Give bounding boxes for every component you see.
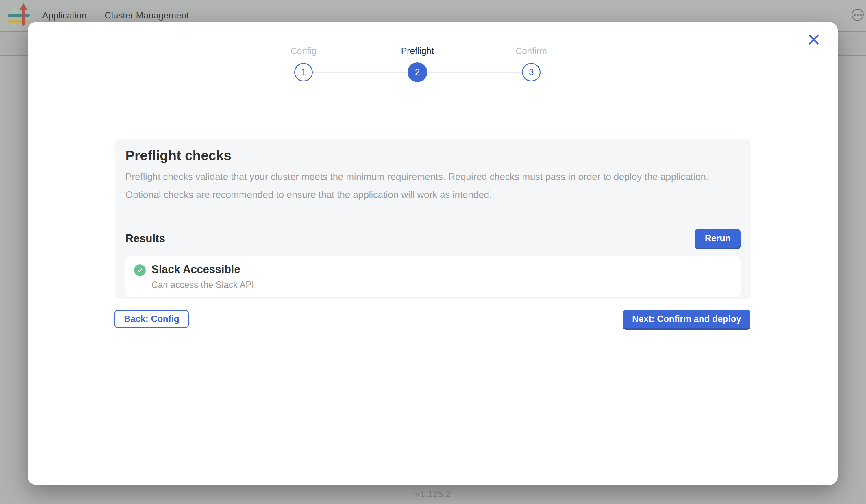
app-version-label: v1.125.2 <box>0 489 866 500</box>
back-config-button[interactable]: Back: Config <box>114 310 189 328</box>
next-confirm-deploy-button[interactable]: Next: Confirm and deploy <box>623 310 751 328</box>
nav-tabs: Application Cluster Management <box>42 10 189 21</box>
close-icon[interactable] <box>805 31 822 48</box>
preflight-panel: Preflight checks Preflight checks valida… <box>115 139 751 299</box>
nav-tab-cluster-management[interactable]: Cluster Management <box>104 10 189 21</box>
preflight-description: Preflight checks validate that your clus… <box>125 168 730 204</box>
preflight-modal: Config Preflight Confirm 1 2 3 <box>28 22 838 485</box>
step-config-label: Config <box>290 46 317 57</box>
step-preflight: Preflight <box>360 46 474 57</box>
deploy-stepper: Config Preflight Confirm 1 2 3 <box>246 46 589 82</box>
ellipsis-menu-icon[interactable] <box>852 9 864 21</box>
preflight-check-row: Slack Accessible Can access the Slack AP… <box>125 256 741 297</box>
step-preflight-circle[interactable]: 2 <box>408 63 427 82</box>
step-confirm-label: Confirm <box>516 46 547 57</box>
results-heading: Results <box>125 232 165 245</box>
check-detail: Can access the Slack API <box>152 280 254 290</box>
wizard-footer: Back: Config Next: Confirm and deploy <box>114 310 751 328</box>
check-pass-icon <box>134 265 146 276</box>
step-preflight-label: Preflight <box>401 46 434 57</box>
step-confirm-circle[interactable]: 3 <box>522 63 541 81</box>
nav-tab-application[interactable]: Application <box>42 10 87 21</box>
step-config: Config <box>246 46 360 57</box>
check-texts: Slack Accessible Can access the Slack AP… <box>152 263 254 290</box>
preflight-title: Preflight checks <box>125 147 741 163</box>
rerun-button[interactable]: Rerun <box>695 229 741 248</box>
check-title: Slack Accessible <box>152 263 254 276</box>
step-confirm: Confirm <box>474 46 588 57</box>
step-config-circle[interactable]: 1 <box>294 63 313 81</box>
